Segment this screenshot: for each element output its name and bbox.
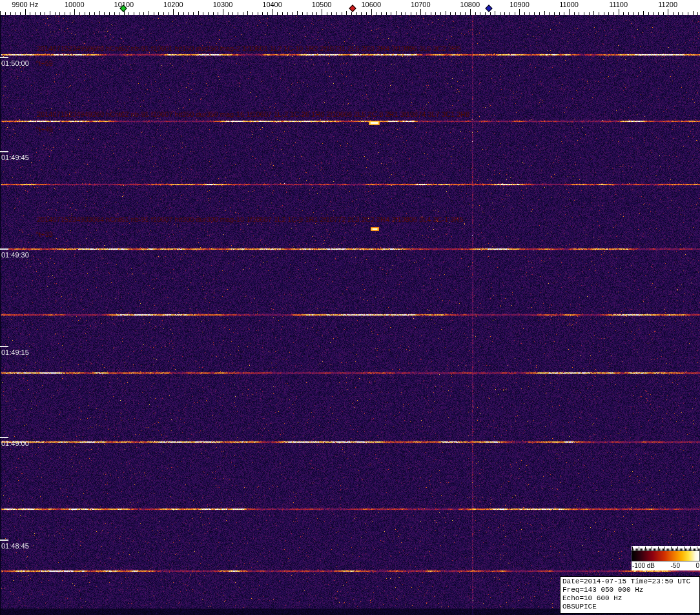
freq-label: 11100 <box>609 1 628 8</box>
freq-label: 10300 <box>213 1 233 8</box>
freq-label: 10500 <box>312 1 332 8</box>
color-gradient-bar <box>632 550 700 561</box>
freq-label: 11000 <box>559 1 579 8</box>
freq-label: 11200 <box>658 1 677 8</box>
legend-mid-label: -50 <box>671 562 680 569</box>
color-scale-legend: -100 dB -50 0 <box>632 546 700 570</box>
freq-label: 9900 Hz <box>12 1 38 8</box>
info-station-line: OBSUPICE <box>562 603 697 611</box>
freq-label: 10700 <box>411 1 431 8</box>
info-echo-line: Echo=10 600 Hz <box>562 594 697 603</box>
spectrum-lab-waterfall-window: 9900 Hz100001010010200103001040010500106… <box>0 0 700 615</box>
info-date-line: Date=2014-07-15 Time=23:50 UTC <box>562 578 697 586</box>
legend-min-label: -100 dB <box>632 562 655 569</box>
freq-label: 10800 <box>460 1 480 8</box>
legend-labels: -100 dB -50 0 <box>632 561 700 570</box>
frequency-ruler[interactable]: 9900 Hz100001010010200103001040010500106… <box>0 0 700 15</box>
freq-label: 10600 <box>361 1 381 8</box>
freq-label: 10000 <box>65 1 85 8</box>
legend-max-label: 0 <box>695 562 699 569</box>
freq-label: 10400 <box>262 1 282 8</box>
legend-ticks-canvas <box>632 546 700 550</box>
info-freq-line: Freq=143 050 000 Hz <box>562 586 697 594</box>
spectrogram-waterfall-canvas[interactable] <box>0 15 700 615</box>
observation-info-box: Date=2014-07-15 Time=23:50 UTC Freq=143 … <box>560 576 700 614</box>
freq-label: 10200 <box>163 1 183 8</box>
freq-label: 10900 <box>510 1 530 8</box>
